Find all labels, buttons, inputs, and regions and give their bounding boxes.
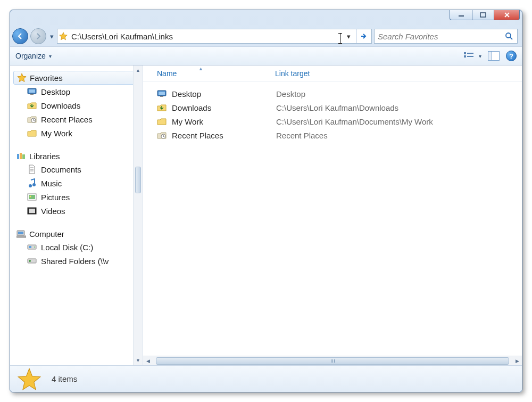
sidebar-item-label: Documents: [41, 165, 81, 174]
nav-history-dropdown[interactable]: ▾: [48, 32, 55, 40]
file-target: C:\Users\Lori Kaufman\Documents\My Work: [276, 117, 433, 126]
file-name: Desktop: [172, 89, 201, 99]
help-button[interactable]: ?: [506, 51, 517, 61]
svg-rect-11: [17, 154, 19, 159]
svg-rect-12: [20, 153, 22, 159]
svg-point-18: [30, 196, 31, 198]
sidebar-item-label: Desktop: [41, 87, 70, 96]
star-icon: [17, 73, 27, 83]
sidebar-item-label: Pictures: [41, 193, 70, 202]
svg-rect-33: [160, 96, 163, 97]
libraries-section: Libraries Documents Music: [13, 150, 143, 218]
file-name: Recent Places: [172, 131, 223, 140]
sidebar-item-label: Music: [41, 179, 62, 188]
forward-button[interactable]: [30, 28, 46, 44]
sidebar-scrollbar[interactable]: ▲ ▼: [133, 65, 143, 365]
svg-rect-1: [480, 13, 486, 17]
libraries-label: Libraries: [29, 152, 60, 161]
file-row[interactable]: Desktop Desktop: [156, 87, 522, 101]
item-count-label: 4 items: [52, 374, 77, 383]
address-path[interactable]: C:\Users\Lori Kaufman\Links: [71, 32, 337, 41]
sidebar-item-shared[interactable]: Shared Folders (\\v: [26, 254, 143, 268]
close-button[interactable]: [494, 10, 520, 20]
scroll-down-icon[interactable]: ▼: [134, 356, 143, 365]
document-icon: [27, 165, 37, 174]
scrollbar-thumb[interactable]: [156, 357, 509, 365]
sort-indicator-icon: ▲: [198, 66, 203, 71]
column-header-target[interactable]: Link target: [275, 69, 522, 78]
search-icon[interactable]: [504, 31, 514, 41]
svg-rect-24: [18, 232, 23, 234]
svg-rect-17: [29, 195, 35, 199]
svg-rect-6: [467, 56, 473, 57]
text-cursor-icon: [340, 34, 340, 43]
scroll-up-icon[interactable]: ▲: [134, 65, 143, 75]
svg-point-2: [506, 33, 511, 38]
computer-label: Computer: [29, 229, 64, 239]
titlebar: [10, 10, 522, 26]
column-name-label: Name: [157, 69, 177, 78]
sidebar-computer-header[interactable]: Computer: [13, 227, 143, 240]
network-drive-icon: [27, 256, 37, 266]
scroll-left-icon[interactable]: ◀: [143, 358, 153, 364]
navigation-bar: ▾ C:\Users\Lori Kaufman\Links ▾: [10, 26, 522, 46]
search-input[interactable]: [378, 32, 504, 41]
column-header-name[interactable]: Name ▲: [157, 69, 275, 78]
svg-rect-22: [35, 208, 36, 214]
recent-icon: [157, 130, 167, 140]
svg-point-15: [32, 183, 36, 186]
sidebar-item-label: Shared Folders (\\v: [41, 257, 109, 266]
pictures-icon: [27, 192, 37, 202]
sidebar-item-downloads[interactable]: Downloads: [26, 99, 143, 112]
address-bar[interactable]: C:\Users\Lori Kaufman\Links ▾: [57, 29, 372, 44]
sidebar-favorites-header[interactable]: Favorites: [13, 71, 143, 85]
navigation-pane: Favorites Desktop Downloads: [10, 65, 143, 365]
search-box[interactable]: [374, 29, 518, 44]
file-row[interactable]: Recent Places Recent Places: [156, 128, 522, 142]
file-name: My Work: [172, 117, 203, 126]
address-dropdown[interactable]: ▾: [344, 32, 353, 40]
back-button[interactable]: [12, 28, 28, 44]
go-button[interactable]: [356, 29, 370, 43]
sidebar-libraries-header[interactable]: Libraries: [13, 150, 143, 162]
sidebar-item-desktop[interactable]: Desktop: [26, 85, 143, 99]
chevron-down-icon: ▾: [479, 53, 481, 59]
file-list: Desktop Desktop Downloads C:\Users\Lori …: [143, 81, 522, 356]
maximize-button[interactable]: [472, 10, 494, 20]
minimize-button[interactable]: [450, 10, 472, 20]
svg-rect-32: [159, 92, 165, 95]
sidebar-item-label: Videos: [41, 207, 65, 216]
svg-rect-27: [29, 246, 31, 248]
svg-rect-20: [29, 209, 35, 213]
downloads-icon: [27, 101, 37, 110]
favorites-section: Favorites Desktop Downloads: [13, 71, 143, 140]
scroll-right-icon[interactable]: ▶: [512, 358, 522, 364]
star-icon: [18, 367, 41, 391]
sidebar-item-localdisk[interactable]: Local Disk (C:): [26, 240, 143, 254]
sidebar-item-recent[interactable]: Recent Places: [26, 112, 143, 126]
horizontal-scrollbar[interactable]: ◀ ▶: [143, 356, 522, 365]
desktop-icon: [157, 89, 167, 99]
svg-rect-3: [464, 52, 466, 54]
file-row[interactable]: Downloads C:\Users\Lori Kaufman\Download…: [156, 101, 522, 114]
explorer-window: ▾ C:\Users\Lori Kaufman\Links ▾ Organize: [10, 10, 522, 392]
sidebar-item-videos[interactable]: Videos: [26, 204, 143, 218]
column-headers: Name ▲ Link target: [143, 65, 522, 81]
sidebar-item-pictures[interactable]: Pictures: [26, 190, 143, 204]
preview-pane-button[interactable]: [488, 51, 500, 61]
sidebar-item-music[interactable]: Music: [26, 176, 143, 190]
sidebar-item-documents[interactable]: Documents: [26, 162, 143, 176]
svg-rect-0: [459, 15, 464, 17]
command-toolbar: Organize ▾ ?: [10, 46, 522, 65]
svg-rect-9: [30, 94, 34, 95]
svg-point-14: [29, 184, 32, 187]
disk-icon: [27, 242, 37, 252]
sidebar-item-mywork[interactable]: My Work: [26, 126, 143, 140]
view-options-button[interactable]: ▾: [464, 52, 481, 60]
organize-menu[interactable]: Organize: [15, 52, 52, 60]
sidebar-item-label: My Work: [41, 129, 72, 138]
svg-point-28: [34, 247, 35, 248]
svg-rect-25: [16, 236, 26, 237]
file-row[interactable]: My Work C:\Users\Lori Kaufman\Documents\…: [156, 114, 522, 128]
scrollbar-thumb[interactable]: [135, 167, 141, 193]
